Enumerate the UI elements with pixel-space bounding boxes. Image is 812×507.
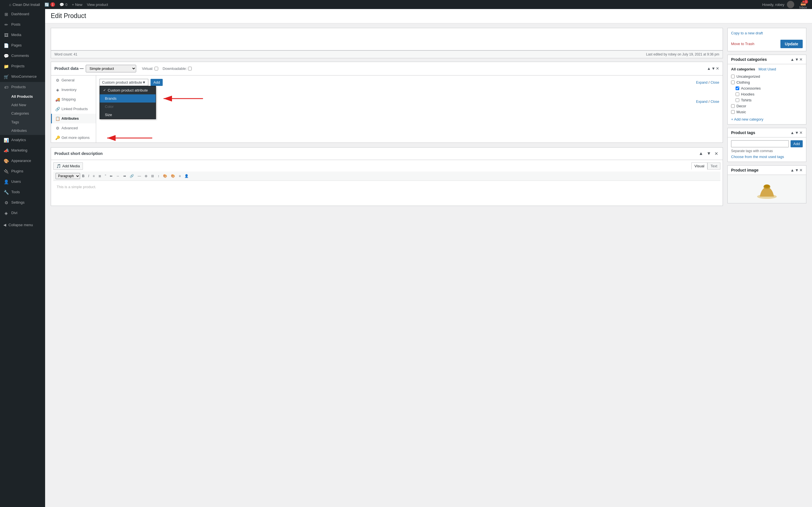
- submenu-categories[interactable]: Categories: [0, 109, 45, 118]
- tab-inventory[interactable]: ◈ Inventory: [51, 85, 96, 95]
- align-center-btn[interactable]: ↔: [114, 173, 121, 179]
- cat-decor-check[interactable]: [731, 104, 735, 108]
- fullscreen-btn[interactable]: ↕: [156, 173, 161, 179]
- categories-header[interactable]: Product categories ▲ ▼ ✕: [728, 55, 806, 64]
- align-left-btn[interactable]: ⬅: [108, 173, 114, 179]
- product-type-select[interactable]: Simple product Variable product Grouped …: [86, 65, 136, 72]
- update-button[interactable]: Update: [780, 40, 803, 48]
- cat-tshirts-check[interactable]: [735, 98, 739, 102]
- view-product[interactable]: View product: [85, 0, 110, 9]
- wp-logo[interactable]: W: [2, 0, 7, 9]
- copy-draft-link[interactable]: Copy to a new draft: [731, 31, 763, 35]
- expand-link[interactable]: Expand: [696, 80, 708, 84]
- virtual-checkbox[interactable]: [154, 67, 158, 70]
- sidebar-item-dashboard[interactable]: ⊞ Dashboard: [0, 9, 45, 19]
- tab-more-options[interactable]: 🔑 Get more options: [51, 133, 96, 143]
- visual-tab[interactable]: Visual: [691, 163, 707, 170]
- tab-general[interactable]: ⚙ General: [51, 75, 96, 85]
- ul-btn[interactable]: ≡: [91, 173, 96, 179]
- cat-music-check[interactable]: [731, 110, 735, 114]
- tag-input[interactable]: [731, 140, 789, 147]
- more-btn[interactable]: ⊕: [143, 173, 149, 179]
- image-up-btn[interactable]: ▲: [790, 168, 794, 172]
- sidebar-item-pages[interactable]: 📄 Pages: [0, 40, 45, 51]
- editor-content[interactable]: This is a simple product.: [53, 181, 720, 203]
- updates-menu[interactable]: 🔄 1: [42, 0, 57, 9]
- downloadable-checkbox[interactable]: [188, 67, 192, 70]
- tags-down-btn[interactable]: ▼: [795, 130, 799, 135]
- submenu-all-products[interactable]: All Products: [0, 93, 45, 101]
- sidebar-item-posts[interactable]: ✏ Posts: [0, 19, 45, 30]
- paragraph-select[interactable]: Paragraph: [56, 173, 80, 179]
- cat-accessories-check[interactable]: [735, 87, 739, 90]
- table-btn[interactable]: ⊞: [149, 173, 156, 179]
- howdy-menu[interactable]: Howdy, robey: [760, 0, 797, 9]
- color2-btn[interactable]: 🎨: [169, 173, 177, 179]
- user-btn[interactable]: 👤: [183, 173, 190, 179]
- align-justify-btn[interactable]: ≡: [177, 173, 183, 179]
- add-category-link[interactable]: + Add new category: [731, 117, 803, 121]
- pd-up-btn[interactable]: ▲: [707, 66, 711, 71]
- sidebar-item-projects[interactable]: 📁 Projects: [0, 61, 45, 71]
- collapse-menu-btn[interactable]: ◀ Collapse menu: [0, 221, 45, 229]
- short-desc-down[interactable]: ▼: [705, 151, 712, 157]
- sidebar-item-products[interactable]: 🏷 Products: [0, 82, 45, 93]
- sidebar-item-divi[interactable]: ◈ Divi: [0, 208, 45, 218]
- cat-clothing-check[interactable]: [731, 80, 735, 84]
- text-tab[interactable]: Text: [707, 163, 720, 170]
- submenu-add-new[interactable]: Add New: [0, 101, 45, 109]
- choose-tags-link[interactable]: Choose from the most used tags: [731, 155, 784, 159]
- cat-close-btn[interactable]: ✕: [799, 57, 803, 62]
- sidebar-item-plugins[interactable]: 🔌 Plugins: [0, 166, 45, 177]
- tab-shipping[interactable]: 🚚 Shipping: [51, 95, 96, 104]
- short-desc-close[interactable]: ✕: [713, 151, 719, 157]
- submenu-attributes[interactable]: Attributes: [0, 126, 45, 135]
- cat-uncategorized-check[interactable]: [731, 75, 735, 78]
- submenu-tags[interactable]: Tags: [0, 118, 45, 126]
- add-attribute-button[interactable]: Add: [151, 79, 163, 86]
- image-down-btn[interactable]: ▼: [795, 168, 799, 172]
- tab-linked-products[interactable]: 🔗 Linked Products: [51, 104, 96, 114]
- attr-select-trigger[interactable]: Custom product attribute ▼: [100, 79, 148, 86]
- all-categories-tab[interactable]: All categories: [731, 67, 755, 71]
- site-name[interactable]: ⌂ Clean Divi Install: [7, 0, 42, 9]
- ol-btn[interactable]: ≣: [97, 173, 103, 179]
- sidebar-item-media[interactable]: 🖼 Media: [0, 30, 45, 40]
- most-used-tab[interactable]: Most Used: [758, 67, 776, 71]
- sidebar-item-woocommerce[interactable]: 🛒 WooCommerce: [0, 71, 45, 82]
- tags-close-btn[interactable]: ✕: [799, 130, 803, 135]
- attr-option-custom[interactable]: ✓ Custom product attribute: [100, 86, 156, 94]
- attr-option-size[interactable]: Size: [100, 111, 156, 119]
- align-right-btn[interactable]: ➡: [121, 173, 128, 179]
- tags-up-btn[interactable]: ▲: [790, 130, 794, 135]
- close-link-bottom[interactable]: Close: [711, 100, 719, 104]
- pd-down-btn[interactable]: ▼: [711, 66, 715, 71]
- sidebar-item-marketing[interactable]: 📣 Marketing: [0, 145, 45, 156]
- blockquote-btn[interactable]: ": [103, 173, 108, 179]
- short-desc-up[interactable]: ▲: [698, 151, 704, 157]
- cat-hoodies-check[interactable]: [735, 93, 739, 96]
- bold-btn[interactable]: B: [80, 173, 86, 179]
- sidebar-item-appearance[interactable]: 🎨 Appearance: [0, 156, 45, 166]
- new-content[interactable]: + New: [70, 0, 85, 9]
- tab-attributes[interactable]: 📋 Attributes: [51, 114, 96, 123]
- italic-btn[interactable]: I: [87, 173, 91, 179]
- sidebar-item-tools[interactable]: 🔧 Tools: [0, 187, 45, 198]
- cat-down-btn[interactable]: ▼: [795, 57, 799, 62]
- expand-link-bottom[interactable]: Expand: [696, 100, 708, 104]
- image-close-btn[interactable]: ✕: [799, 168, 803, 172]
- sidebar-item-analytics[interactable]: 📊 Analytics: [0, 135, 45, 145]
- comments-menu[interactable]: 💬 0: [57, 0, 70, 9]
- pd-close-btn[interactable]: ✕: [716, 66, 719, 71]
- tag-add-button[interactable]: Add: [791, 140, 803, 147]
- image-header[interactable]: Product image ▲ ▼ ✕: [728, 166, 806, 175]
- cat-up-btn[interactable]: ▲: [790, 57, 794, 62]
- tab-advanced[interactable]: ⚙ Advanced: [51, 123, 96, 133]
- link-btn[interactable]: 🔗: [128, 173, 136, 179]
- move-to-trash-link[interactable]: Move to Trash: [731, 42, 754, 46]
- hr-btn[interactable]: —: [136, 173, 143, 179]
- inbox-button[interactable]: 1 📥 Inbox: [797, 0, 810, 10]
- close-link[interactable]: Close: [711, 80, 719, 84]
- sidebar-item-settings[interactable]: ⚙ Settings: [0, 198, 45, 208]
- attr-option-brands[interactable]: Brands: [100, 94, 156, 103]
